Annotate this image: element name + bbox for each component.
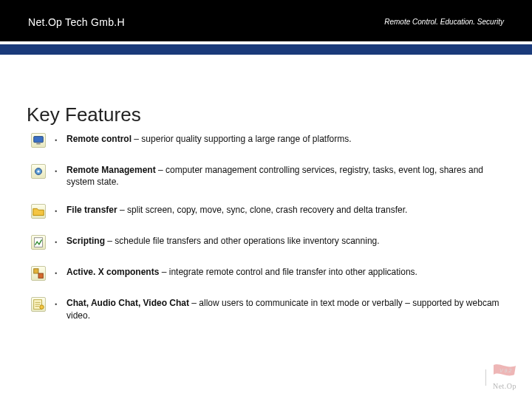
- feature-list: Remote control – superior quality suppor…: [31, 133, 504, 338]
- bullet: [46, 297, 66, 307]
- flag-icon: V 9.2: [492, 364, 517, 380]
- feature-text: Scripting – schedule file transfers and …: [66, 235, 504, 247]
- script-icon: [31, 235, 46, 250]
- bullet: [46, 164, 66, 174]
- list-item: File transfer – split screen, copy, move…: [31, 204, 504, 219]
- tagline: Remote Control. Education. Security: [384, 18, 504, 26]
- bullet: [46, 235, 66, 245]
- feature-title: File transfer: [66, 205, 117, 215]
- feature-desc: – split screen, copy, move, sync, clone,…: [117, 205, 408, 215]
- feature-text: File transfer – split screen, copy, move…: [66, 204, 504, 216]
- bullet: [46, 133, 66, 143]
- feature-desc: – superior quality supporting a large ra…: [132, 134, 352, 144]
- monitor-icon: [31, 133, 46, 148]
- svg-rect-4: [35, 238, 43, 248]
- bullet: [46, 204, 66, 214]
- feature-desc: – integrate remote control and file tran…: [159, 267, 417, 277]
- footer-brand: Net.Op: [492, 382, 517, 390]
- feature-title: Remote Management: [66, 165, 156, 175]
- chat-icon: [31, 297, 46, 312]
- feature-title: Active. X components: [66, 267, 159, 277]
- footer-divider: [485, 369, 486, 386]
- feature-desc: – schedule file transfers and other oper…: [105, 236, 380, 246]
- feature-text: Remote Management – computer management …: [66, 164, 504, 188]
- feature-text: Active. X components – integrate remote …: [66, 266, 504, 278]
- header-bar: Net.Op Tech Gmb.H Remote Control. Educat…: [0, 0, 532, 41]
- feature-title: Scripting: [66, 236, 105, 246]
- list-item: Remote control – superior quality suppor…: [31, 133, 504, 148]
- slide: Net.Op Tech Gmb.H Remote Control. Educat…: [0, 0, 532, 399]
- svg-rect-6: [38, 273, 43, 278]
- component-icon: [31, 266, 46, 281]
- company-name: Net.Op Tech Gmb.H: [28, 16, 125, 28]
- svg-point-8: [40, 305, 44, 309]
- gear-icon: [31, 164, 46, 179]
- list-item: Scripting – schedule file transfers and …: [31, 235, 504, 250]
- svg-rect-5: [34, 269, 38, 273]
- feature-text: Remote control – superior quality suppor…: [66, 133, 504, 145]
- bullet: [46, 266, 66, 276]
- list-item: Remote Management – computer management …: [31, 164, 504, 188]
- feature-title: Remote control: [66, 134, 132, 144]
- list-item: Chat, Audio Chat, Video Chat – allow use…: [31, 297, 504, 321]
- svg-text:V 9.2: V 9.2: [499, 368, 511, 373]
- svg-rect-1: [36, 143, 40, 145]
- svg-rect-0: [34, 137, 44, 143]
- page-title: Key Features: [27, 103, 141, 126]
- footer-logo: V 9.2 Net.Op: [492, 364, 517, 390]
- feature-text: Chat, Audio Chat, Video Chat – allow use…: [66, 297, 504, 321]
- svg-point-3: [37, 170, 39, 172]
- accent-bar: [0, 44, 532, 55]
- feature-title: Chat, Audio Chat, Video Chat: [66, 298, 189, 308]
- list-item: Active. X components – integrate remote …: [31, 266, 504, 281]
- folder-icon: [31, 204, 46, 219]
